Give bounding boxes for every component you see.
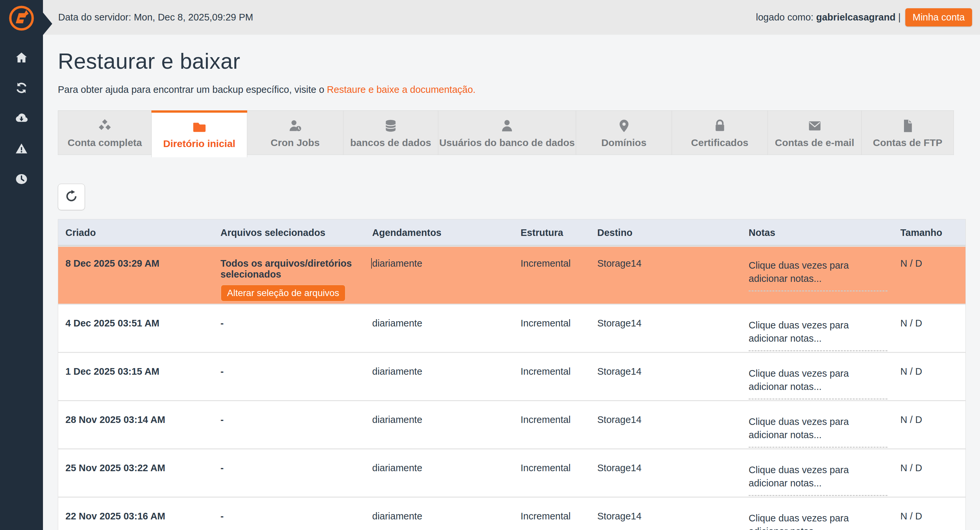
created-cell: 1 Dec 2025 03:15 AM [58, 353, 213, 400]
table-row[interactable]: 22 Nov 2025 03:16 AM - diariamente Incre… [58, 497, 966, 530]
destination-cell: Storage14 [590, 247, 741, 304]
tab-contas-de-ftp[interactable]: Contas de FTP [861, 110, 954, 155]
refresh-icon [65, 190, 78, 204]
created-cell: 25 Nov 2025 03:22 AM [58, 449, 213, 497]
sync-icon [15, 81, 28, 96]
structure-cell: Incremental [513, 305, 590, 352]
destination-cell: Storage14 [590, 498, 741, 530]
col-estrutura: Estrutura [513, 219, 590, 245]
change-file-selection-button[interactable]: Alterar seleção de arquivos [220, 284, 346, 301]
col-destino: Destino [590, 219, 741, 245]
schedule-cell: diariamente [365, 449, 513, 497]
tab-bancos-de-dados[interactable]: bancos de dados [343, 110, 438, 155]
structure-cell: Incremental [513, 247, 590, 304]
sidebar [0, 0, 43, 530]
backups-table: Criado Arquivos selecionados Agendamento… [58, 219, 966, 530]
created-cell: 22 Nov 2025 03:16 AM [58, 498, 213, 530]
selected-files-cell: Todos os arquivos/diretórios selecionado… [213, 247, 365, 304]
logged-in-text: logado como: gabrielcasagrand | [756, 12, 900, 23]
separator: | [898, 12, 900, 22]
envelope-icon [807, 119, 822, 133]
notes-cell[interactable]: Clique duas vezes para adicionar notas..… [741, 353, 893, 400]
schedule-cell[interactable]: diariamente [365, 247, 513, 304]
tab-conta-completa[interactable]: Conta completa [58, 110, 152, 155]
created-cell: 4 Dec 2025 03:51 AM [58, 305, 213, 352]
sidebar-item-sync[interactable] [0, 73, 43, 104]
selected-files-cell: - [213, 353, 365, 400]
table-row[interactable]: 4 Dec 2025 03:51 AM - diariamente Increm… [58, 304, 966, 352]
size-cell: N / D [893, 305, 965, 352]
col-tamanho: Tamanho [893, 219, 965, 245]
size-cell: N / D [893, 449, 965, 497]
structure-cell: Incremental [513, 401, 590, 448]
main-content: Restaurar e baixar Para obter ajuda para… [43, 35, 980, 530]
size-cell: N / D [893, 353, 965, 400]
warning-icon [15, 142, 28, 157]
my-account-button[interactable]: Minha conta [905, 8, 972, 27]
structure-cell: Incremental [513, 498, 590, 530]
cloud-download-icon [15, 112, 28, 126]
schedule-cell: diariamente [365, 401, 513, 448]
server-date: Data do servidor: Mon, Dec 8, 2025,09:29… [58, 12, 253, 23]
selected-files-cell: - [213, 449, 365, 497]
table-row[interactable]: 1 Dec 2025 03:15 AM - diariamente Increm… [58, 352, 966, 400]
notes-cell[interactable]: Clique duas vezes para adicionar notas..… [741, 305, 893, 352]
database-icon [383, 119, 398, 133]
tab-usuarios-banco-de-dados[interactable]: Usuários do banco de dados [438, 110, 576, 155]
map-marker-icon [617, 119, 631, 133]
created-cell: 28 Nov 2025 03:14 AM [58, 401, 213, 448]
sidebar-active-arrow [43, 13, 52, 35]
col-arquivos: Arquivos selecionados [213, 219, 365, 245]
table-header: Criado Arquivos selecionados Agendamento… [58, 219, 966, 246]
table-row[interactable]: 28 Nov 2025 03:14 AM - diariamente Incre… [58, 400, 966, 448]
sidebar-item-downloads[interactable] [0, 104, 43, 134]
created-cell: 8 Dec 2025 03:29 AM [58, 247, 213, 304]
page-title: Restaurar e baixar [58, 49, 980, 74]
user-clock-icon [288, 119, 302, 133]
destination-cell: Storage14 [590, 305, 741, 352]
cubes-icon [97, 119, 112, 133]
file-icon [900, 119, 915, 133]
notes-cell[interactable]: Clique duas vezes para adicionar notas..… [741, 498, 893, 530]
destination-cell: Storage14 [590, 449, 741, 497]
selected-files-cell: - [213, 305, 365, 352]
structure-cell: Incremental [513, 353, 590, 400]
sidebar-item-alerts[interactable] [0, 134, 43, 165]
notes-cell[interactable]: Clique duas vezes para adicionar notas..… [741, 247, 893, 304]
tab-dominios[interactable]: Domínios [576, 110, 672, 155]
refresh-button[interactable] [58, 184, 85, 210]
clock-icon [15, 173, 28, 187]
text-cursor [371, 258, 372, 269]
sidebar-nav [0, 43, 43, 195]
tab-contas-de-email[interactable]: Contas de e-mail [767, 110, 862, 155]
jetbackup-logo[interactable] [8, 5, 35, 32]
destination-cell: Storage14 [590, 401, 741, 448]
structure-cell: Incremental [513, 449, 590, 497]
user-icon [500, 119, 514, 133]
schedule-cell: diariamente [365, 353, 513, 400]
folder-icon [192, 120, 207, 134]
tab-cron-jobs[interactable]: Cron Jobs [247, 110, 344, 155]
col-criado: Criado [58, 219, 213, 245]
size-cell: N / D [893, 247, 965, 304]
tab-certificados[interactable]: Certificados [671, 110, 768, 155]
page-subtitle: Para obter ajuda para encontrar um backu… [58, 84, 980, 95]
table-row[interactable]: 8 Dec 2025 03:29 AM Todos os arquivos/di… [58, 246, 966, 304]
schedule-cell: diariamente [365, 305, 513, 352]
notes-cell[interactable]: Clique duas vezes para adicionar notas..… [741, 449, 893, 497]
col-agendamentos: Agendamentos [365, 219, 513, 245]
sidebar-item-home[interactable] [0, 43, 43, 73]
tab-diretorio-inicial[interactable]: Diretório inicial [151, 110, 247, 157]
destination-cell: Storage14 [590, 353, 741, 400]
sidebar-item-history[interactable] [0, 165, 43, 195]
schedule-cell: diariamente [365, 498, 513, 530]
backup-type-tabs: Conta completa Diretório inicial Cron Jo… [58, 110, 980, 157]
topbar: Data do servidor: Mon, Dec 8, 2025,09:29… [43, 0, 980, 35]
documentation-link[interactable]: Restaure e baixe a documentação. [327, 84, 476, 95]
size-cell: N / D [893, 401, 965, 448]
size-cell: N / D [893, 498, 965, 530]
notes-cell[interactable]: Clique duas vezes para adicionar notas..… [741, 401, 893, 448]
table-row[interactable]: 25 Nov 2025 03:22 AM - diariamente Incre… [58, 448, 966, 497]
selected-files-cell: - [213, 498, 365, 530]
col-notas: Notas [741, 219, 893, 245]
